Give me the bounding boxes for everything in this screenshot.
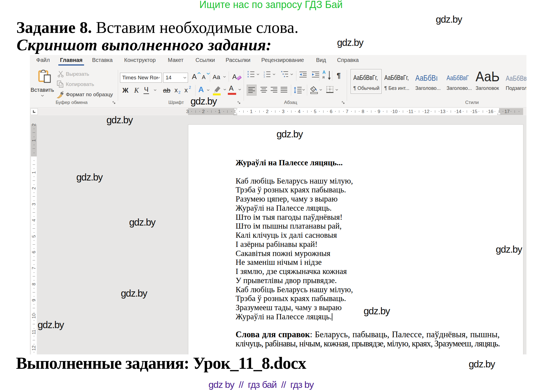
style-name: ¶ Обычный <box>353 86 379 91</box>
ruler-tick <box>483 110 483 113</box>
poem-line: Што ім тыя пагоды паўднёвыя! <box>236 213 500 222</box>
show-marks-button[interactable]: ¶ <box>335 71 342 81</box>
text-effects-button[interactable]: А <box>197 85 210 96</box>
style-chip-3[interactable]: АаБбВıЗаголово... <box>415 69 446 94</box>
grow-font-button[interactable]: А <box>191 72 201 83</box>
chevron-down-icon <box>290 74 293 75</box>
ruler-tick <box>479 111 479 112</box>
ruler-tick <box>351 111 352 112</box>
underline-button[interactable]: Ч <box>143 85 157 96</box>
line-spacing-icon <box>294 87 302 94</box>
style-chip-1[interactable]: АаБбВвГг,¶ Обычный <box>353 69 384 94</box>
tab-рассылки[interactable]: Рассылки <box>226 57 251 63</box>
tab-конструктор[interactable]: Конструктор <box>124 57 156 63</box>
font-color-button[interactable]: А <box>227 84 242 96</box>
highlighter-icon <box>212 85 222 95</box>
ruler-number: 3 <box>282 109 284 114</box>
bold-glyph: Ж <box>122 87 129 94</box>
ruler-number: 3 <box>186 109 189 114</box>
line-spacing-button[interactable] <box>293 85 305 96</box>
tab-selector[interactable] <box>30 108 38 115</box>
strikethrough-button[interactable]: ab <box>162 85 172 96</box>
tab-вид[interactable]: Вид <box>316 57 326 63</box>
reference-words[interactable]: Слова для справок: Беларусь, пабываць, П… <box>236 330 500 348</box>
style-chip-5[interactable]: АаЬЗаголовок <box>476 69 507 94</box>
justify-button[interactable] <box>279 85 289 96</box>
styles-group-label: Стили <box>458 100 486 105</box>
ruler-zone <box>188 108 235 115</box>
sort-button[interactable]: А я <box>322 71 332 81</box>
bullets-button[interactable] <box>247 71 260 81</box>
shrink-font-button[interactable]: А <box>201 72 210 83</box>
font-size-combobox[interactable]: 14 <box>163 73 188 83</box>
ruler-tick <box>33 292 35 292</box>
ruler-number: 2 <box>31 185 37 191</box>
clipboard-dialog-launcher[interactable] <box>112 101 116 104</box>
font-dialog-launcher[interactable] <box>237 101 241 104</box>
text-cursor <box>332 313 332 321</box>
style-name: Заголовок <box>476 86 499 91</box>
ruler-tick <box>239 111 240 112</box>
align-center-button[interactable] <box>259 85 268 96</box>
tab-stop-icon <box>33 110 36 113</box>
font-name-combobox[interactable]: Times New Rom <box>120 73 162 83</box>
decrease-indent-button[interactable] <box>299 71 307 80</box>
paste-button[interactable]: Вставить <box>34 69 51 99</box>
ruler-tick <box>371 110 371 113</box>
footer-links[interactable]: gdz by // гдз бай // гдз by <box>208 379 314 390</box>
tab-главная[interactable]: Главная <box>60 57 82 63</box>
style-preview: АаБбВв <box>506 75 526 82</box>
align-left-button[interactable] <box>247 85 257 96</box>
tab-вставка[interactable]: Вставка <box>92 57 113 63</box>
bold-button[interactable]: Ж <box>121 85 130 96</box>
ruler-tick <box>503 111 503 112</box>
style-preview: АаБбВвГг, <box>353 74 378 81</box>
tab-макет[interactable]: Макет <box>168 57 184 63</box>
tab-ссылки[interactable]: Ссылки <box>195 57 215 63</box>
superscript-button[interactable]: x 2 <box>184 85 193 96</box>
clear-formatting-button[interactable]: А <box>232 72 241 83</box>
document-text[interactable]: Жураўлі на Палессе ляцяць... Каб любіць … <box>236 158 500 348</box>
style-chip-6[interactable]: АаБбВвПодзагол <box>506 69 526 94</box>
increase-indent-button[interactable] <box>312 71 320 80</box>
bullet-list-icon <box>247 71 255 78</box>
style-chip-2[interactable]: АаБбВвГг,¶ Без инт... <box>384 69 415 94</box>
group-separator <box>210 71 210 82</box>
highlight-button[interactable] <box>212 84 227 96</box>
right-indent-marker[interactable] <box>497 112 501 115</box>
style-name: ¶ Без инт... <box>384 86 409 91</box>
tab-справка[interactable]: Справка <box>337 57 359 63</box>
align-right-button[interactable] <box>269 85 279 96</box>
group-separator <box>118 70 118 101</box>
ruler-number: 5 <box>31 233 37 239</box>
tab-file[interactable]: Файл <box>36 57 50 63</box>
paragraph-dialog-launcher[interactable] <box>341 101 345 104</box>
change-case-button[interactable]: Аа <box>213 72 226 83</box>
first-line-indent-marker[interactable] <box>233 108 237 111</box>
format-painter-button[interactable]: Формат по образцу <box>57 91 113 98</box>
numbering-button[interactable]: 123 <box>263 71 276 81</box>
multilevel-list-icon <box>281 71 288 78</box>
horizontal-ruler[interactable]: 3211234567891011121314151617 <box>30 108 526 115</box>
ruler-number: 10 <box>392 109 398 114</box>
ruler-tick <box>471 111 471 112</box>
italic-button[interactable]: К <box>133 85 140 96</box>
ruler-tick <box>511 111 511 112</box>
tab-рецензирование[interactable]: Рецензирование <box>261 57 304 63</box>
ruler-tick <box>199 111 200 112</box>
ruler-number: 7 <box>31 265 37 271</box>
subscript-button[interactable]: x 2 <box>174 85 182 96</box>
ruler-tick <box>33 308 35 308</box>
multilevel-list-button[interactable] <box>281 71 294 81</box>
shading-button[interactable] <box>309 85 322 96</box>
ruler-tick <box>343 111 344 112</box>
ruler-tick <box>323 110 324 113</box>
ruler-tick <box>34 344 34 344</box>
ruler-number: 17 <box>504 109 510 114</box>
ruler-tick <box>335 111 336 112</box>
vertical-ruler[interactable]: 21123456789101112 <box>31 115 37 354</box>
style-chip-4[interactable]: АаБбВвГЗаголово... <box>447 69 478 94</box>
copy-button[interactable]: Копировать <box>57 80 94 88</box>
borders-button[interactable] <box>325 85 338 96</box>
cut-button[interactable]: Вырезать <box>57 70 89 78</box>
